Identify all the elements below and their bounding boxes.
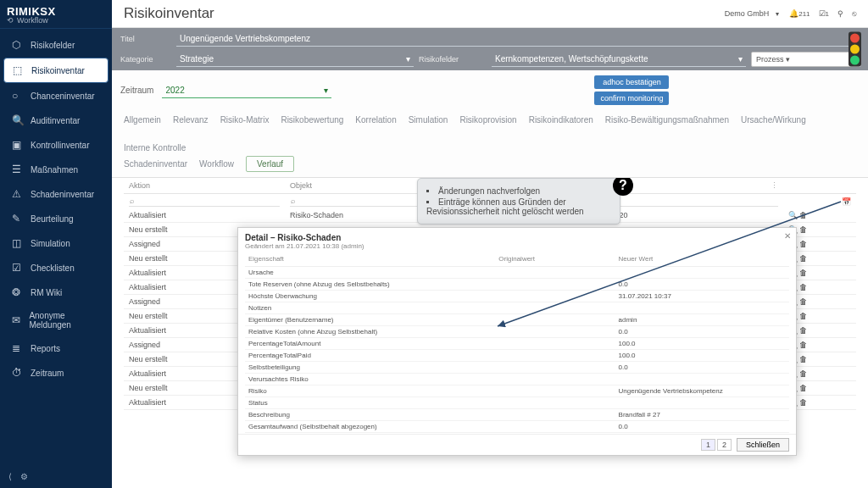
tab-relevanz[interactable]: Relevanz — [173, 112, 209, 128]
sidebar-item-rm wiki[interactable]: ❂RM Wiki — [3, 280, 108, 304]
delete-icon[interactable]: 🗑 — [799, 326, 807, 335]
year-dropdown[interactable]: 2022▾ — [162, 83, 331, 98]
sidebar-item-anonyme meldungen[interactable]: ✉Anonyme Meldungen — [3, 305, 108, 336]
tab-risikobewertung[interactable]: Risikobewertung — [281, 112, 343, 128]
checklist-icon[interactable]: ☑1 — [819, 9, 829, 18]
bell-icon[interactable]: 🔔211 — [789, 9, 810, 18]
sidebar-item-reports[interactable]: ≣Reports — [3, 336, 108, 360]
delete-icon[interactable]: 🗑 — [799, 297, 807, 306]
sidebar-item-schadeninventar[interactable]: ⚠Schadeninventar — [3, 182, 108, 206]
nav-icon: ⚠ — [12, 188, 24, 200]
search-action[interactable] — [129, 196, 280, 207]
delete-icon[interactable]: 🗑 — [799, 341, 807, 349]
sidebar-item-auditinventar[interactable]: 🔍Auditinventar — [3, 108, 108, 132]
col-action[interactable]: Aktion — [124, 178, 285, 194]
view-icon[interactable]: 🔍 — [788, 211, 798, 219]
adhoc-button[interactable]: adhoc bestätigen — [594, 75, 669, 89]
title-field[interactable]: Ungenügende Vertriebskompetenz — [176, 31, 861, 47]
nav-icon: 🔍 — [12, 114, 24, 126]
category-label: Kategorie — [120, 55, 171, 64]
back-icon[interactable]: ⟨ — [8, 472, 12, 481]
modal-row: Selbstbeteiligung0.0 — [245, 362, 789, 374]
tenant-dropdown[interactable]: Demo GmbH — [725, 9, 780, 18]
tab-risiko-bewältigungsmaßnahmen[interactable]: Risiko-Bewältigungsmaßnahmen — [605, 112, 729, 128]
sidebar-item-risikofelder[interactable]: ⬡Risikofelder — [3, 33, 108, 57]
logout-icon[interactable]: ⎋ — [852, 9, 856, 18]
nav-icon: ≣ — [12, 342, 24, 354]
tab-korrelation[interactable]: Korrelation — [355, 112, 396, 128]
delete-icon[interactable]: 🗑 — [799, 312, 807, 320]
sidebar-item-chanceninventar[interactable]: ○Chanceninventar — [3, 84, 108, 108]
modal-row: BeschreibungBrandfall # 27 — [245, 409, 789, 421]
sidebar: RIMIKSX ⟲ Workflow ⬡Risikofelder⬚Risikoi… — [0, 0, 112, 488]
nav-icon: ⏱ — [12, 367, 24, 379]
sidebar-item-maßnahmen[interactable]: ☰Maßnahmen — [3, 158, 108, 181]
delete-icon[interactable]: 🗑 — [799, 398, 807, 407]
sub-tab-bar: Schadeninventar Workflow Verlauf — [112, 156, 868, 178]
tab-risikoprovision[interactable]: Risikoprovision — [459, 112, 516, 128]
tab-risikoindikatoren[interactable]: Risikoindikatoren — [529, 112, 593, 128]
delete-icon[interactable]: 🗑 — [799, 225, 807, 234]
sidebar-footer: ⟨ ⚙ — [0, 465, 112, 488]
modal-row: Gesamtaufwand (Selbstbehalt abgezogen)0.… — [245, 421, 789, 433]
sidebar-item-checklisten[interactable]: ☑Checklisten — [3, 256, 108, 280]
modal-close-icon[interactable]: ✕ — [784, 231, 791, 241]
modal-pager[interactable]: 12 — [701, 439, 732, 451]
delete-icon[interactable]: 🗑 — [799, 240, 807, 248]
modal-row: PercentageTotalAmount100.0 — [245, 338, 789, 350]
tab-ursache/wirkung[interactable]: Ursache/Wirkung — [741, 112, 806, 128]
nav-icon: ⬚ — [13, 64, 25, 76]
modal-row: Tote Reserven (ohne Abzug des Selbstbeha… — [245, 279, 789, 291]
tab-schadeninventar[interactable]: Schadeninventar — [124, 159, 187, 169]
org-icon[interactable]: ⚲ — [837, 9, 843, 18]
modal-close-button[interactable]: Schließen — [737, 438, 789, 452]
tab-interne kontrolle[interactable]: Interne Kontrolle — [124, 140, 186, 156]
meta-bar: Titel Ungenügende Vertriebskompetenz Kat… — [112, 28, 868, 70]
riskfield-dropdown[interactable]: Kernkompetenzen, Wertschöpfungskette▾ — [492, 52, 746, 67]
delete-icon[interactable]: 🗑 — [799, 269, 807, 277]
tab-simulation[interactable]: Simulation — [409, 112, 448, 128]
tab-verlauf[interactable]: Verlauf — [246, 156, 294, 172]
sidebar-item-simulation[interactable]: ◫Simulation — [3, 231, 108, 255]
modal-subtitle: Geändert am 21.07.2021 10:38 (admin) — [245, 242, 364, 250]
brand-logo: RIMIKSX ⟲ Workflow — [0, 0, 112, 29]
nav-icon: ☰ — [12, 164, 24, 175]
modal-row: Notizen — [245, 302, 789, 314]
delete-icon[interactable]: 🗑 — [799, 355, 807, 363]
delete-icon[interactable]: 🗑 — [799, 384, 807, 392]
detail-modal: ✕ Detail – Risiko-Schaden Geändert am 21… — [237, 227, 797, 456]
modal-row: Ursache — [245, 267, 789, 279]
tab-bar: AllgemeinRelevanzRisiko-MatrixRisikobewe… — [112, 110, 868, 156]
delete-icon[interactable]: 🗑 — [799, 211, 807, 219]
sidebar-item-kontrollinventar[interactable]: ▣Kontrollinventar — [3, 133, 108, 157]
info-tooltip: Änderungen nachverfolgen Einträge können… — [417, 178, 620, 225]
tab-risiko-matrix[interactable]: Risiko-Matrix — [220, 112, 270, 128]
sidebar-item-zeitraum[interactable]: ⏱Zeitraum — [3, 361, 108, 385]
modal-title: Detail – Risiko-Schaden — [245, 233, 341, 242]
gear-icon[interactable]: ⚙ — [20, 472, 28, 481]
sidebar-item-beurteilung[interactable]: ✎Beurteilung — [3, 207, 108, 230]
tab-workflow[interactable]: Workflow — [199, 159, 234, 169]
nav-icon: ☑ — [12, 262, 24, 274]
confirm-monitoring-button[interactable]: confirm monitoring — [594, 92, 669, 105]
modal-row: Verursachtes Risiko — [245, 374, 789, 385]
tab-allgemein[interactable]: Allgemein — [124, 112, 161, 128]
sidebar-nav: ⬡Risikofelder⬚Risikoinventar○Chanceninve… — [0, 29, 112, 465]
modal-row: Status — [245, 397, 789, 409]
nav-icon: ⬡ — [12, 39, 24, 51]
nav-icon: ✉ — [12, 314, 22, 326]
sidebar-item-risikoinventar[interactable]: ⬚Risikoinventar — [3, 58, 108, 83]
page-title: Risikoinventar — [124, 5, 214, 22]
title-label: Titel — [120, 35, 171, 43]
traffic-green-icon — [850, 56, 860, 65]
traffic-red-icon — [850, 34, 860, 43]
delete-icon[interactable]: 🗑 — [799, 283, 807, 291]
delete-icon[interactable]: 🗑 — [799, 369, 807, 378]
nav-icon: ▣ — [12, 139, 24, 151]
delete-icon[interactable]: 🗑 — [799, 254, 807, 263]
process-dropdown[interactable]: Prozess ▾ — [751, 52, 861, 67]
traffic-yellow-icon — [850, 45, 860, 54]
nav-icon: ◫ — [12, 237, 24, 249]
category-dropdown[interactable]: Strategie▾ — [176, 52, 414, 67]
modal-row: Höchste Überwachung31.07.2021 10:37 — [245, 291, 789, 302]
